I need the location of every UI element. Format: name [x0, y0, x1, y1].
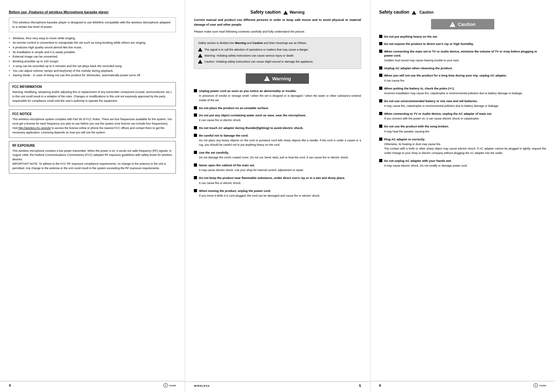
fcc-url-link[interactable]: http://wireless.fcc.gov/uls/ [18, 126, 51, 130]
list-item: Booking possible up to 100 songs! [9, 59, 176, 64]
page6-title-suffix: Caution [419, 10, 434, 15]
safety-item-c7: When connecting to TV or Audio device, u… [379, 112, 546, 121]
item-title-text: Do not expose the product to direct sun'… [384, 42, 474, 46]
page5-title-area: Safety caution Warning [194, 9, 361, 15]
rf-exposure-box: RF EXPOSURE This wireless microphone con… [9, 141, 176, 174]
bullet-square [194, 163, 197, 167]
safety-item-0: Unplug power cord as soon as you notice … [194, 89, 361, 103]
item-title-text: Do not touch AC adapter during thunder(l… [199, 126, 303, 130]
list-item: Saving Mode - In case of doing not use t… [9, 73, 176, 78]
list-item: Its remote control is convenient to mani… [9, 40, 176, 45]
item-body-text: If you move it while it is cord plugged,… [194, 194, 361, 198]
warning-badge-icon: ! [264, 76, 270, 81]
item-title-text: Be careful not to damage the cord. [199, 133, 248, 138]
safety-item-6: Never open the cabinet of the main set. … [194, 163, 361, 173]
item-title-text: Use the set carefully. [199, 150, 229, 155]
safety-item-8: When moving the product, unplug the powe… [194, 189, 361, 198]
safety-item-c1: Do not expose the product to direct sun'… [379, 42, 546, 46]
bullet-square [379, 35, 382, 38]
warning-badge-label: Warning [272, 76, 291, 81]
item-body-text: If you connect with the power on, it can… [379, 117, 546, 121]
bullet-square [379, 50, 382, 53]
safety-box-line1: Safety section is divided into Warning a… [198, 41, 357, 45]
safety-item-c2: When connecting the main set to TV or Au… [379, 49, 546, 63]
list-item: Wireless, thus very easy to move while s… [9, 36, 176, 41]
bullet-square [194, 126, 197, 129]
list-item: It produces high quality sound almost li… [9, 45, 176, 50]
item-title-text: When you will not use the product for a … [384, 73, 507, 77]
bullet-square [194, 113, 197, 117]
list-item: Its installation is simple and it is eas… [9, 50, 176, 55]
logo-text: media [539, 384, 546, 387]
logo-icon: i [163, 383, 168, 388]
safety-box-line3: Warning: Violating safety instructions c… [198, 53, 357, 58]
warning-triangle-icon-2 [198, 54, 202, 58]
page-number: 6 [379, 383, 381, 387]
bullet-square [379, 138, 382, 141]
bullet-square [379, 87, 382, 90]
item-title-text: Do not put anything heavy on the set. [384, 34, 438, 39]
bullet-square [379, 74, 382, 77]
item-body-text: It may cause fire, catastrophe or enviro… [379, 104, 546, 108]
bullet-square [194, 176, 197, 179]
item-body-text: Do not damage the cord's coated cover. D… [194, 156, 361, 160]
item-title-text: When connecting to TV or Audio device, u… [384, 112, 492, 116]
item-title-text: Do not unplug AC adapter with your hands… [384, 159, 452, 163]
item-body-text: Incorrect installation may cause fire, c… [379, 91, 546, 96]
safety-item-5: Use the set carefully. Do not damage the… [194, 150, 361, 160]
item-title-text: Unplug AC adapter when cleansing the pro… [384, 66, 453, 70]
signal-triangle-icon [198, 48, 202, 52]
bullet-square [379, 125, 382, 128]
safety-item-c9: Plug AC adapter in correctly. Otherwise,… [379, 137, 546, 156]
page5-title: Safety caution [250, 9, 281, 15]
page5-safety-items: Unplug power cord as soon as you notice … [194, 89, 361, 198]
page-5: Safety caution Warning Current manual an… [185, 0, 370, 392]
page-number: 4 [9, 383, 11, 387]
logo-text: media [169, 384, 176, 387]
item-title-text: Unplug power cord as soon as you notice … [199, 89, 296, 93]
item-body-text: It may cause electric shock. Do not modi… [379, 164, 546, 168]
fcc-notice-title: FCC NOTICE [12, 112, 172, 116]
item-title-text: Do not put any object containing water s… [199, 113, 306, 117]
bullet-square [194, 106, 197, 109]
safety-box-line2: The signal is to call the attention of o… [198, 47, 357, 52]
safety-item-3: Do not touch AC adapter during thunder(l… [194, 126, 361, 130]
warning-triangle-icon [283, 11, 288, 15]
caution-badge: ! Caution [431, 19, 494, 29]
item-body-text: Sudden loud sound may cause hearing trou… [379, 58, 546, 63]
bullet-square [379, 99, 382, 102]
page4-footer: 4 i media [0, 381, 185, 388]
item-body-text: It may heat the speaker causing fire. [379, 130, 546, 134]
bullet-square [194, 89, 197, 92]
caution-badge-label: Caution [458, 21, 476, 27]
item-title-text: When connecting the main set to TV or Au… [384, 49, 546, 58]
safety-item-c8: Do not use the product with the song bro… [379, 124, 546, 134]
fcc-info-text: Warning: Modifying, tampering and/or adj… [12, 90, 172, 103]
list-item: External image can be connected. [9, 54, 176, 59]
bullet-square [194, 151, 197, 154]
bullet-square [379, 112, 382, 115]
fcc-info-box: FCC INFORMATION Warning: Modifying, tamp… [9, 82, 176, 106]
page6-safety-items: Do not put anything heavy on the set. Do… [379, 34, 546, 168]
caution-triangle-icon [412, 11, 416, 15]
item-title-text: Do not use unrecommended battery or mix … [384, 99, 478, 103]
item-title-text: Do not place the product on an unstable … [199, 106, 269, 110]
bullet-square [194, 189, 197, 192]
footer-logo: i media [533, 383, 546, 388]
item-title-text: Do not keep the product near flammable s… [199, 176, 345, 180]
item-title-text: When putting the battery in, check the p… [384, 86, 454, 90]
page5-title-icon [283, 10, 289, 15]
safety-box-line4: Caution: Violating safety instructions c… [198, 59, 357, 64]
safety-item-c5: When putting the battery in, check the p… [379, 86, 546, 96]
page-number: 5 [359, 384, 361, 388]
page5-title-suffix: Warning [290, 10, 305, 15]
warning-badge: ! Warning [246, 73, 309, 84]
list-item: You can adjust volume, tempo and key(tun… [9, 69, 176, 73]
footer-logo: WIRELESS [194, 384, 210, 387]
item-body-text: It can cause fire. [379, 79, 546, 83]
footer-logo: i media [163, 383, 176, 388]
fcc-info-title: FCC INFORMATION [12, 85, 172, 89]
safety-item-c10: Do not unplug AC adapter with your hands… [379, 159, 546, 168]
page5-intro-bold: Current manual and product use different… [194, 18, 361, 27]
item-body-text: It may cause electric shock. Ask your sh… [194, 168, 361, 173]
